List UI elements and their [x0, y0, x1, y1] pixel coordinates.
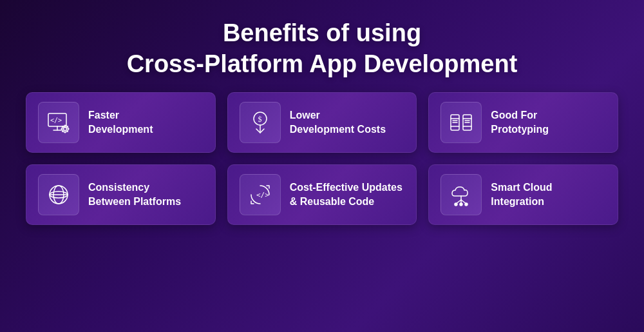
- cards-row-1: </> Faster Development: [26, 92, 618, 153]
- svg-line-11: [67, 131, 68, 132]
- faster-dev-icon: </>: [46, 110, 71, 135]
- lower-costs-icon: $: [247, 110, 273, 135]
- lower-costs-icon-box: $: [240, 102, 281, 143]
- cloud-label: Smart Cloud Integration: [491, 181, 552, 208]
- card-cloud: Smart Cloud Integration: [428, 164, 618, 225]
- title-line1: Benefits of using: [127, 18, 518, 49]
- svg-text:</>: </>: [256, 191, 269, 199]
- svg-line-13: [67, 126, 68, 127]
- lower-costs-label: Lower Development Costs: [290, 108, 386, 136]
- card-prototyping: Good For Prototyping: [428, 92, 618, 153]
- svg-point-36: [455, 203, 457, 206]
- svg-point-38: [465, 203, 468, 206]
- header: Benefits of using Cross-Platform App Dev…: [114, 0, 531, 92]
- svg-point-5: [64, 128, 67, 131]
- svg-text:$: $: [258, 115, 261, 124]
- card-consistency: Consistency Between Platforms: [26, 164, 216, 225]
- title-line2: Cross-Platform App Development: [127, 49, 518, 80]
- card-faster-dev: </> Faster Development: [26, 92, 216, 153]
- consistency-label: Consistency Between Platforms: [88, 181, 181, 208]
- faster-dev-label: Faster Development: [88, 108, 153, 136]
- cloud-icon-box: [440, 174, 482, 215]
- consistency-icon: [46, 182, 71, 208]
- cost-effective-icon-box: </>: [240, 174, 281, 215]
- cards-container: </> Faster Development: [13, 92, 631, 225]
- card-cost-effective: </> Cost-Effective Updates & Reusable Co…: [227, 164, 417, 225]
- consistency-icon-box: [38, 174, 79, 215]
- faster-dev-icon-box: </>: [38, 102, 79, 143]
- svg-line-10: [62, 126, 63, 127]
- cost-effective-icon: </>: [247, 182, 273, 208]
- cards-row-2: Consistency Between Platforms </> Cost-E…: [26, 164, 618, 225]
- prototyping-icon: [448, 110, 474, 135]
- cost-effective-label: Cost-Effective Updates & Reusable Code: [290, 181, 402, 208]
- svg-point-37: [460, 203, 462, 206]
- prototyping-icon-box: [440, 102, 482, 143]
- card-lower-costs: $ Lower Development Costs: [227, 92, 417, 153]
- svg-line-12: [62, 131, 63, 132]
- cloud-icon: [448, 182, 474, 208]
- svg-text:</>: </>: [50, 117, 62, 124]
- prototyping-label: Good For Prototyping: [491, 108, 549, 136]
